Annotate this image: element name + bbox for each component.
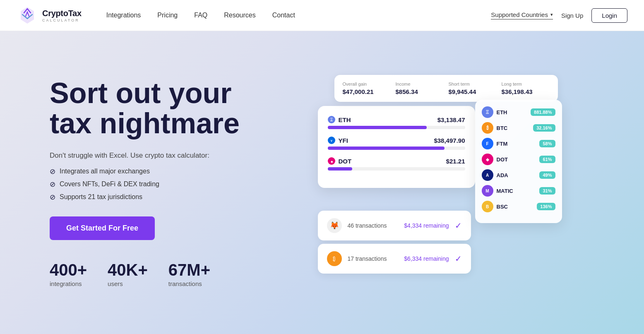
hero-right: Overall gain $47,000.21 Income $856.34 S… [256,75,619,290]
nav-pricing[interactable]: Pricing [157,12,178,19]
stats-bar: Overall gain $47,000.21 Income $856.34 S… [334,75,558,102]
gain-ftm-badge: 58% [539,140,555,147]
tx-count-1: 46 transactions [348,222,387,229]
gain-bsc-name: BSC [497,204,534,210]
signup-button[interactable]: Sign Up [561,12,583,19]
stat-short-term: Short term $9,945.44 [449,82,497,95]
logo[interactable]: CryptoTax CALCULATOR [17,5,82,26]
coin-yfi-bar [328,147,445,150]
gain-eth: Ξ ETH 881.88% [482,106,555,118]
stat-integrations-num: 400+ [50,261,87,279]
feature-3: ⊘ Supports 21 tax jurisdictions [50,193,240,202]
yfi-icon: Y [328,137,335,144]
stat-integrations: 400+ integrations [50,261,87,287]
gain-dot-name: DOT [497,156,536,163]
stat-long-term: Long term $36,198.43 [502,82,550,95]
logo-sub: CALCULATOR [42,18,82,22]
gain-ftm: F FTM 58% [482,138,555,149]
hero-features: ⊘ Integrates all major exchanges ⊘ Cover… [50,167,240,202]
nav-right: Supported Countries ▾ Sign Up Login [491,8,627,23]
supported-countries-label: Supported Countries [491,11,548,18]
stat-transactions: 67M+ transactions [168,261,210,287]
tx-info-1: 46 transactions [348,222,399,229]
gain-btc-name: BTC [497,125,530,131]
stat-transactions-num: 67M+ [168,261,210,279]
gain-dot-badge: 61% [539,156,555,163]
coin-eth-value: $3,138.47 [437,116,465,123]
stat-income-value: $856.34 [396,88,444,95]
eth-icon: Ξ [328,116,335,123]
hero-section: Sort out yourtax nightmare Don't struggl… [0,31,644,334]
chevron-down-icon: ▾ [550,12,553,17]
tx-icon-1: 🦊 [327,218,342,233]
svg-text:Ξ: Ξ [330,118,333,122]
bsc-gain-icon: B [482,201,493,212]
gain-bsc: B BSC 136% [482,201,555,212]
gain-ada: A ADA 49% [482,169,555,181]
ada-gain-icon: A [482,169,493,181]
gain-eth-badge: 881.88% [531,108,555,116]
tx-info-2: 17 transactions [348,255,399,262]
coin-dot-row: ◆ DOT $21.21 [328,157,465,171]
supported-countries-dropdown[interactable]: Supported Countries ▾ [491,11,553,19]
hero-title: Sort out yourtax nightmare [50,78,240,139]
nav-links: Integrations Pricing FAQ Resources Conta… [106,12,491,19]
coin-dot-value: $21.21 [446,158,465,165]
tx-count-2: 17 transactions [348,255,387,262]
coin-eth-row: Ξ ETH $3,138.47 [328,116,465,129]
tx-check-2: ✓ [455,254,462,264]
feature-2: ⊘ Covers NFTs, DeFi & DEX trading [50,180,240,189]
check-icon-1: ⊘ [50,167,55,176]
gain-ftm-name: FTM [497,141,536,147]
nav-faq[interactable]: FAQ [194,12,207,19]
coin-dot-name: ◆ DOT [328,157,352,165]
transaction-card-2: ₿ 17 transactions $6,334 remaining ✓ [318,244,471,274]
stat-long-term-value: $36,198.43 [502,88,550,95]
tx-check-1: ✓ [455,221,462,231]
login-button[interactable]: Login [591,8,627,23]
stat-income-label: Income [396,82,444,87]
stats-row: 400+ integrations 40K+ users 67M+ transa… [50,261,240,287]
stat-transactions-label: transactions [168,280,210,287]
stat-income: Income $856.34 [396,82,444,95]
dashboard-mockup: Overall gain $47,000.21 Income $856.34 S… [318,75,558,290]
coin-eth-name: Ξ ETH [328,116,351,123]
hero-subtitle: Don't struggle with Excel. Use crypto ta… [50,151,240,160]
stat-short-term-value: $9,945.44 [449,88,497,95]
hero-left: Sort out yourtax nightmare Don't struggl… [50,78,240,287]
tx-remaining-2: $6,334 remaining [404,255,449,262]
matic-gain-icon: M [482,185,493,197]
gain-ada-name: ADA [497,172,536,178]
svg-text:Y: Y [330,139,333,143]
gain-bsc-badge: 136% [537,203,555,210]
stat-long-term-label: Long term [502,82,550,87]
navbar: CryptoTax CALCULATOR Integrations Pricin… [0,0,644,31]
gain-btc: ₿ BTC 32.16% [482,122,555,134]
feature-1: ⊘ Integrates all major exchanges [50,167,240,176]
check-icon-2: ⊘ [50,180,55,189]
coin-yfi-name: Y YFI [328,137,348,144]
gains-panel: Ξ ETH 881.88% ₿ BTC 32.16% F FTM 58% ◆ D… [475,100,562,223]
coin-yfi-value: $38,497.90 [434,137,465,144]
stat-overall-gain-value: $47,000.21 [343,88,391,95]
stat-users: 40K+ users [108,261,148,287]
btc-gain-icon: ₿ [482,122,493,134]
nav-contact[interactable]: Contact [272,12,295,19]
tx-remaining-1: $4,334 remaining [404,222,449,229]
gain-matic-badge: 31% [539,187,555,195]
coin-dot-bar [328,167,353,171]
stat-users-label: users [108,280,148,287]
nav-integrations[interactable]: Integrations [106,12,141,19]
dot-gain-icon: ◆ [482,154,493,165]
stat-overall-gain-label: Overall gain [343,82,391,87]
gain-eth-name: ETH [497,109,528,115]
logo-icon [17,5,38,26]
eth-gain-icon: Ξ [482,106,493,118]
stat-integrations-label: integrations [50,280,87,287]
logo-name: CryptoTax [42,9,82,18]
cta-button[interactable]: Get Started For Free [50,216,155,240]
logo-text: CryptoTax CALCULATOR [42,9,82,22]
stat-overall-gain: Overall gain $47,000.21 [343,82,391,95]
nav-resources[interactable]: Resources [224,12,255,19]
ftm-gain-icon: F [482,138,493,149]
